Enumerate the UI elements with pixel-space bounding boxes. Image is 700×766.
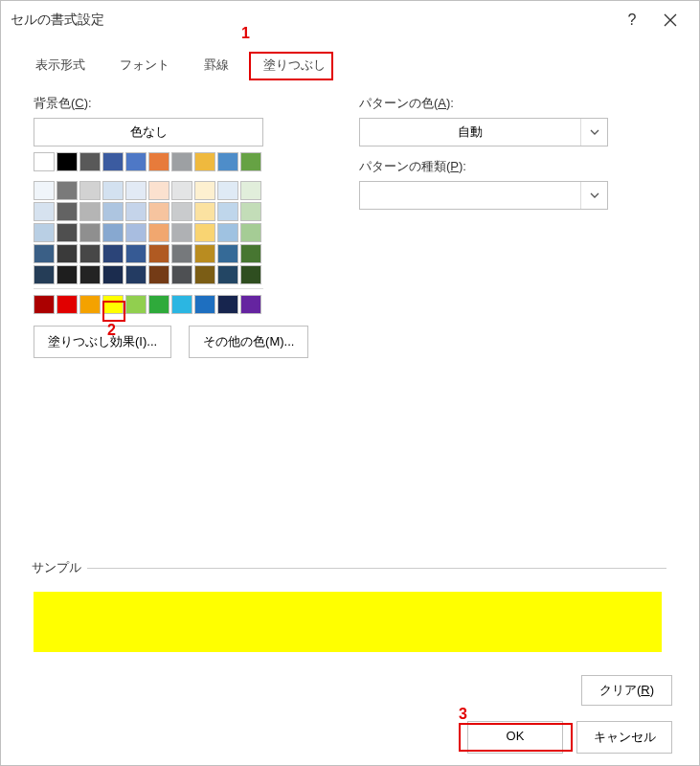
color-swatch[interactable] (171, 265, 192, 284)
color-swatch[interactable] (79, 223, 101, 242)
color-swatch[interactable] (240, 181, 261, 200)
dialog-title: セルの書式設定 (11, 11, 613, 29)
color-swatch[interactable] (102, 202, 124, 221)
clear-row: クリア(R) (1, 652, 699, 706)
color-swatch[interactable] (102, 244, 124, 263)
sample-preview (34, 592, 662, 652)
color-swatch[interactable] (79, 202, 101, 221)
format-cells-dialog: セルの書式設定 ? 1 表示形式 フォント 罫線 塗りつぶし 背景色(C): 色… (0, 0, 700, 766)
theme-colors-row (34, 152, 330, 171)
color-swatch[interactable] (171, 244, 192, 263)
color-swatch[interactable] (125, 244, 147, 263)
close-icon (664, 13, 677, 27)
color-swatch[interactable] (125, 202, 147, 221)
color-swatch[interactable] (240, 223, 261, 242)
no-color-button[interactable]: 色なし (34, 118, 263, 146)
color-swatch[interactable] (56, 265, 78, 284)
color-swatch[interactable] (148, 202, 169, 221)
color-swatch[interactable] (148, 223, 169, 242)
color-swatch[interactable] (240, 152, 261, 171)
color-swatch[interactable] (34, 202, 55, 221)
annotation-2: 2 (107, 323, 116, 338)
color-swatch[interactable] (171, 295, 192, 314)
tab-border[interactable]: 罫線 (187, 47, 246, 81)
help-button[interactable]: ? (613, 5, 651, 35)
color-swatch[interactable] (217, 265, 238, 284)
titlebar: セルの書式設定 ? (1, 1, 699, 39)
color-swatch[interactable] (102, 223, 124, 242)
color-swatch[interactable] (217, 244, 238, 263)
color-swatch[interactable] (34, 295, 55, 314)
color-swatch[interactable] (56, 244, 78, 263)
color-swatch[interactable] (125, 181, 147, 200)
color-swatch[interactable] (171, 181, 192, 200)
color-swatch[interactable] (240, 265, 261, 284)
color-swatch[interactable] (79, 295, 101, 314)
color-swatch[interactable] (171, 152, 192, 171)
ok-button[interactable]: OK (467, 721, 563, 754)
color-swatch[interactable] (194, 244, 215, 263)
tabs: 1 表示形式 フォント 罫線 塗りつぶし (1, 39, 699, 81)
color-swatch[interactable] (148, 244, 169, 263)
color-swatch[interactable] (102, 295, 124, 314)
pattern-type-dropdown[interactable] (359, 181, 608, 210)
color-swatch[interactable] (171, 202, 192, 221)
color-swatch[interactable] (148, 265, 169, 284)
color-swatch[interactable] (34, 181, 55, 200)
color-swatch[interactable] (56, 202, 78, 221)
color-swatch[interactable] (125, 265, 147, 284)
clear-button[interactable]: クリア(R) (581, 675, 672, 706)
color-swatch[interactable] (217, 295, 238, 314)
color-swatch[interactable] (125, 152, 147, 171)
fill-effects-button[interactable]: 塗りつぶし効果(I)... (34, 326, 171, 358)
pattern-type-label: パターンの種類(P): (359, 158, 680, 175)
color-swatch[interactable] (79, 265, 101, 284)
color-swatch[interactable] (217, 202, 238, 221)
theme-colors-grid (34, 181, 330, 284)
color-swatch[interactable] (217, 181, 238, 200)
pattern-color-dropdown[interactable]: 自動 (359, 118, 608, 146)
color-swatch[interactable] (194, 295, 215, 314)
more-colors-button[interactable]: その他の色(M)... (189, 326, 308, 358)
color-swatch[interactable] (240, 295, 261, 314)
tab-fill[interactable]: 塗りつぶし (246, 47, 343, 81)
sample-fieldset: サンプル (34, 559, 666, 652)
color-swatch[interactable] (56, 223, 78, 242)
color-swatch[interactable] (194, 181, 215, 200)
color-swatch[interactable] (56, 181, 78, 200)
color-swatch[interactable] (194, 265, 215, 284)
color-swatch[interactable] (240, 202, 261, 221)
color-swatch[interactable] (34, 244, 55, 263)
color-swatch[interactable] (194, 223, 215, 242)
color-swatch[interactable] (34, 152, 55, 171)
color-swatch[interactable] (194, 152, 215, 171)
right-column: パターンの色(A): 自動 パターンの種類(P): (359, 95, 680, 557)
color-swatch[interactable] (148, 181, 169, 200)
color-swatch[interactable] (194, 202, 215, 221)
color-swatch[interactable] (34, 265, 55, 284)
tab-number-format[interactable]: 表示形式 (18, 47, 102, 81)
color-swatch[interactable] (79, 244, 101, 263)
color-swatch[interactable] (34, 223, 55, 242)
color-swatch[interactable] (240, 244, 261, 263)
color-swatch[interactable] (102, 152, 124, 171)
color-swatch[interactable] (217, 223, 238, 242)
color-swatch[interactable] (102, 181, 124, 200)
color-swatch[interactable] (102, 265, 124, 284)
tab-font[interactable]: フォント (102, 47, 187, 81)
color-swatch[interactable] (56, 295, 78, 314)
chevron-down-icon (580, 182, 607, 209)
color-swatch[interactable] (79, 152, 101, 171)
bottom-bar: OK キャンセル (1, 706, 699, 765)
color-swatch[interactable] (217, 152, 238, 171)
cancel-button[interactable]: キャンセル (576, 721, 672, 754)
color-swatch[interactable] (125, 223, 147, 242)
close-button[interactable] (651, 5, 689, 35)
color-swatch[interactable] (56, 152, 78, 171)
color-swatch[interactable] (148, 152, 169, 171)
color-swatch[interactable] (125, 295, 147, 314)
dialog-body: 背景色(C): 色なし 塗りつぶし効果(I)... その他の色(M)... パタ… (1, 81, 699, 557)
color-swatch[interactable] (148, 295, 169, 314)
color-swatch[interactable] (171, 223, 192, 242)
color-swatch[interactable] (79, 181, 101, 200)
